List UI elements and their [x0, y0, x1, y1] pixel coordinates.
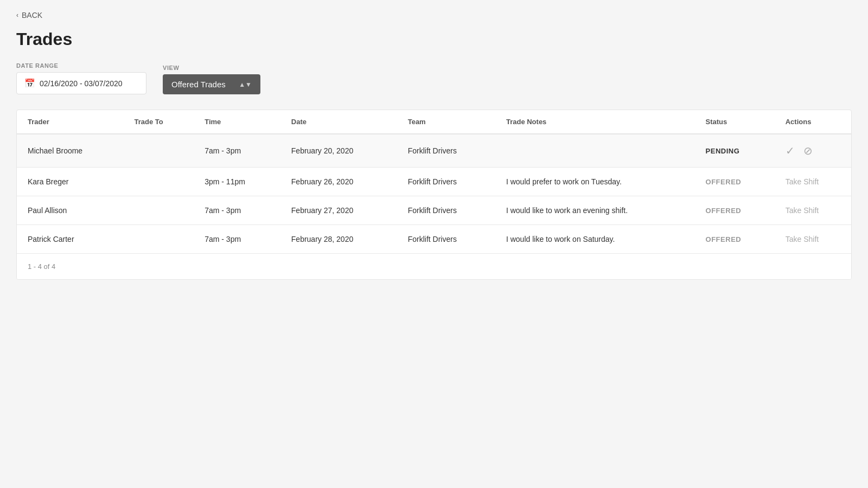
status-badge: OFFERED: [706, 207, 742, 215]
dropdown-arrows-icon: ▲▼: [239, 81, 252, 88]
date-range-input[interactable]: 📅 02/16/2020 - 03/07/2020: [16, 72, 146, 94]
table-header-row: Trader Trade To Time Date Team Trade Not…: [17, 110, 851, 134]
calendar-icon: 📅: [24, 78, 35, 88]
col-actions: Actions: [775, 110, 851, 134]
cell-actions: Take Shift: [775, 225, 851, 254]
cell-time: 7am - 3pm: [194, 134, 280, 168]
date-range-filter-group: DATE RANGE 📅 02/16/2020 - 03/07/2020: [16, 62, 146, 94]
page-container: ‹ BACK Trades DATE RANGE 📅 02/16/2020 - …: [0, 0, 868, 488]
cell-date: February 28, 2020: [280, 225, 397, 254]
cell-trader: Michael Broome: [17, 134, 123, 168]
col-date: Date: [280, 110, 397, 134]
table-header: Trader Trade To Time Date Team Trade Not…: [17, 110, 851, 134]
take-shift-button[interactable]: Take Shift: [786, 235, 819, 243]
cell-trade-to: [123, 134, 194, 168]
pagination: 1 - 4 of 4: [17, 253, 851, 279]
cell-trade-notes: [495, 134, 695, 168]
cell-time: 7am - 3pm: [194, 225, 280, 254]
col-trade-notes: Trade Notes: [495, 110, 695, 134]
actions-container: ✓⊘: [786, 144, 840, 157]
cell-actions: Take Shift: [775, 196, 851, 225]
cell-trade-to: [123, 225, 194, 254]
table-body: Michael Broome7am - 3pmFebruary 20, 2020…: [17, 134, 851, 253]
cell-date: February 20, 2020: [280, 134, 397, 168]
col-trader: Trader: [17, 110, 123, 134]
table-row: Patrick Carter7am - 3pmFebruary 28, 2020…: [17, 225, 851, 254]
view-label: VIEW: [163, 65, 260, 71]
date-range-value: 02/16/2020 - 03/07/2020: [40, 79, 123, 88]
cell-actions: ✓⊘: [775, 134, 851, 168]
table-row: Paul Allison7am - 3pmFebruary 27, 2020Fo…: [17, 196, 851, 225]
col-time: Time: [194, 110, 280, 134]
cell-trader: Kara Breger: [17, 168, 123, 196]
pagination-label: 1 - 4 of 4: [28, 262, 55, 271]
cell-team: Forklift Drivers: [397, 225, 495, 254]
col-trade-to: Trade To: [123, 110, 194, 134]
cell-trade-to: [123, 196, 194, 225]
table-row: Kara Breger3pm - 11pmFebruary 26, 2020Fo…: [17, 168, 851, 196]
col-status: Status: [695, 110, 775, 134]
cell-date: February 27, 2020: [280, 196, 397, 225]
cell-status: OFFERED: [695, 196, 775, 225]
cancel-icon[interactable]: ⊘: [803, 144, 813, 157]
trades-table: Trader Trade To Time Date Team Trade Not…: [17, 110, 851, 253]
cell-trade-notes: I would prefer to work on Tuesday.: [495, 168, 695, 196]
status-badge: OFFERED: [706, 178, 742, 186]
cell-trade-notes: I would like to work an evening shift.: [495, 196, 695, 225]
cell-status: PENDING: [695, 134, 775, 168]
take-shift-button[interactable]: Take Shift: [786, 177, 819, 186]
status-badge: PENDING: [706, 147, 740, 155]
trades-table-container: Trader Trade To Time Date Team Trade Not…: [16, 110, 852, 280]
back-link[interactable]: ‹ BACK: [16, 11, 42, 20]
cell-team: Forklift Drivers: [397, 196, 495, 225]
cell-actions: Take Shift: [775, 168, 851, 196]
approve-icon[interactable]: ✓: [786, 144, 795, 157]
cell-team: Forklift Drivers: [397, 134, 495, 168]
view-filter-group: VIEW Offered Trades ▲▼: [163, 65, 260, 94]
back-label: BACK: [22, 11, 42, 20]
cell-status: OFFERED: [695, 225, 775, 254]
cell-team: Forklift Drivers: [397, 168, 495, 196]
cell-date: February 26, 2020: [280, 168, 397, 196]
view-select-value: Offered Trades: [171, 80, 226, 89]
back-chevron-icon: ‹: [16, 11, 18, 19]
take-shift-button[interactable]: Take Shift: [786, 206, 819, 215]
cell-time: 7am - 3pm: [194, 196, 280, 225]
cell-status: OFFERED: [695, 168, 775, 196]
page-title: Trades: [16, 29, 852, 49]
cell-trader: Paul Allison: [17, 196, 123, 225]
view-select[interactable]: Offered Trades ▲▼: [163, 74, 260, 94]
table-row: Michael Broome7am - 3pmFebruary 20, 2020…: [17, 134, 851, 168]
cell-trade-notes: I would like to work on Saturday.: [495, 225, 695, 254]
cell-time: 3pm - 11pm: [194, 168, 280, 196]
status-badge: OFFERED: [706, 235, 742, 243]
filters-row: DATE RANGE 📅 02/16/2020 - 03/07/2020 VIE…: [16, 62, 852, 94]
date-range-label: DATE RANGE: [16, 62, 146, 69]
cell-trader: Patrick Carter: [17, 225, 123, 254]
cell-trade-to: [123, 168, 194, 196]
col-team: Team: [397, 110, 495, 134]
